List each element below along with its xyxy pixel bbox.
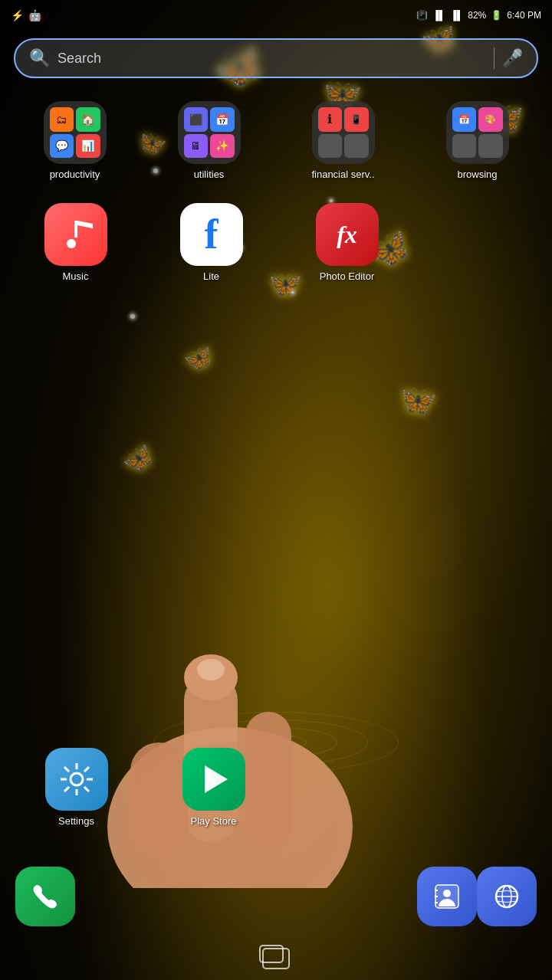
app-item-settings[interactable]: Settings	[8, 740, 145, 834]
utilities-folder-icon: ⬛ 📅 🖥 ✨	[178, 101, 241, 164]
playstore-icon	[182, 748, 245, 811]
app-grid-row2: Music f Lite fx Photo Editor	[0, 188, 552, 290]
folder-mini-12	[344, 134, 369, 159]
app-item-photoeditor[interactable]: fx Photo Editor	[279, 195, 415, 290]
app-grid-row1: 🗂 🏠 💬 📊 productivity ⬛ 📅 🖥 ✨ utilities ℹ…	[0, 86, 552, 188]
utilities-label: utilities	[194, 169, 225, 180]
sparkle-5	[291, 291, 294, 293]
photoeditor-label: Photo Editor	[320, 270, 375, 282]
folder-mini-8: ✨	[210, 134, 235, 159]
folder-mini-13: 📅	[452, 107, 477, 132]
battery-icon: 🔋	[491, 10, 502, 21]
svg-line-17	[84, 767, 89, 772]
status-bar: ⚡ 🤖 📳 ▐▌ ▐▌ 82% 🔋 6:40 PM	[0, 0, 552, 31]
svg-point-7	[67, 239, 76, 248]
butterfly-7: 🦋	[181, 342, 215, 375]
browsing-label: browsing	[457, 169, 497, 180]
svg-line-18	[64, 787, 69, 792]
dock-contacts[interactable]	[417, 867, 477, 926]
search-bar-container: 🔍 Search 🎤	[0, 31, 552, 86]
clock: 6:40 PM	[507, 10, 541, 21]
folder-mini-15	[452, 134, 477, 159]
app-item-financialserv[interactable]: ℹ 📱 financial serv..	[276, 93, 410, 188]
app-item-browsing[interactable]: 📅 🎨 browsing	[410, 93, 544, 188]
vibrate-icon: 📳	[416, 10, 428, 21]
fblite-label: Lite	[203, 270, 219, 282]
signal-2-icon: ▐▌	[450, 10, 463, 21]
browsing-folder-icon: 📅 🎨	[446, 101, 509, 164]
svg-marker-9	[77, 221, 93, 228]
folder-mini-7: 🖥	[184, 134, 209, 159]
music-label: Music	[63, 270, 89, 282]
status-left: ⚡ 🤖	[11, 9, 41, 21]
phone-icon	[15, 867, 75, 926]
search-bar[interactable]: 🔍 Search 🎤	[14, 38, 538, 78]
signal-1-icon: ▐▌	[432, 10, 445, 21]
dock-browser[interactable]	[477, 867, 537, 926]
browser-icon	[477, 867, 537, 926]
folder-mini-11	[318, 134, 343, 159]
app-grid-row3: Settings Play Store	[0, 740, 552, 834]
empty-slot	[415, 195, 544, 290]
folder-mini-3: 💬	[50, 134, 74, 159]
financialserv-label: financial serv..	[311, 169, 374, 180]
recent-apps-button[interactable]	[262, 948, 290, 969]
settings-icon	[45, 748, 108, 811]
app-item-playstore[interactable]: Play Store	[145, 740, 282, 834]
dock-phone[interactable]	[15, 867, 75, 926]
sparkle-3	[130, 314, 135, 319]
folder-mini-6: 📅	[210, 107, 235, 132]
productivity-folder-icon: 🗂 🏠 💬 📊	[44, 101, 107, 164]
svg-point-22	[443, 890, 451, 897]
battery-percentage: 82%	[468, 10, 486, 21]
folder-mini-10: 📱	[344, 107, 369, 132]
music-icon	[44, 203, 107, 266]
folder-mini-14: 🎨	[478, 107, 503, 132]
robot-icon: 🤖	[28, 9, 41, 21]
settings-label: Settings	[58, 815, 94, 827]
folder-mini-5: ⬛	[184, 107, 209, 132]
usb-icon: ⚡	[11, 9, 24, 21]
contacts-icon	[417, 867, 477, 926]
fblite-icon: f	[180, 203, 243, 266]
app-item-productivity[interactable]: 🗂 🏠 💬 📊 productivity	[8, 93, 142, 188]
search-icon: 🔍	[29, 48, 50, 68]
butterfly-9: 🦋	[117, 439, 159, 480]
svg-point-10	[71, 773, 83, 785]
dock	[0, 859, 552, 934]
search-divider	[494, 48, 495, 69]
folder-mini-4: 📊	[76, 134, 100, 159]
nav-bar	[0, 937, 552, 980]
folder-mini-9: ℹ	[318, 107, 343, 132]
empty-slot-2	[282, 740, 544, 834]
financialserv-folder-icon: ℹ 📱	[312, 101, 375, 164]
svg-line-15	[64, 767, 69, 772]
status-right: 📳 ▐▌ ▐▌ 82% 🔋 6:40 PM	[416, 10, 541, 21]
app-item-utilities[interactable]: ⬛ 📅 🖥 ✨ utilities	[142, 93, 276, 188]
photoeditor-icon: fx	[316, 203, 379, 266]
svg-line-16	[84, 787, 89, 792]
app-item-fblite[interactable]: f Lite	[143, 195, 279, 290]
app-item-music[interactable]: Music	[8, 195, 143, 290]
voice-search-icon[interactable]: 🎤	[502, 48, 523, 68]
folder-mini-16	[478, 134, 503, 159]
playstore-label: Play Store	[191, 815, 237, 827]
folder-mini-1: 🗂	[50, 107, 74, 132]
productivity-label: productivity	[50, 169, 100, 180]
folder-mini-2: 🏠	[76, 107, 100, 132]
butterfly-8: 🦋	[394, 378, 439, 421]
search-placeholder[interactable]: Search	[58, 51, 486, 67]
svg-rect-8	[74, 221, 77, 238]
